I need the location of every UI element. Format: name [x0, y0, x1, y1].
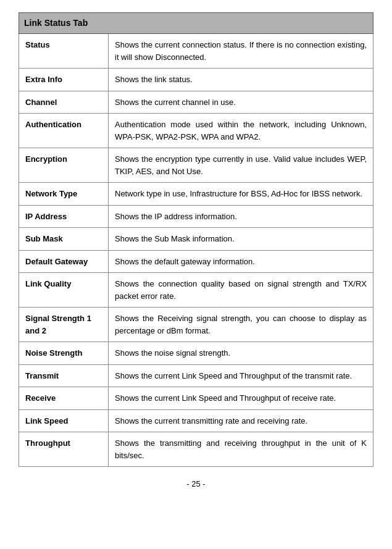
page-wrapper: Link Status Tab StatusShows the current …	[19, 12, 373, 488]
row-label: Encryption	[19, 148, 109, 183]
row-label: Sub Mask	[19, 228, 109, 251]
row-desc: Shows the IP address information.	[109, 205, 373, 228]
row-label: Signal Strength 1 and 2	[19, 308, 109, 342]
table-row: ChannelShows the current channel in use.	[19, 91, 373, 114]
page-number: - 25 -	[186, 479, 205, 488]
row-label: Noise Strength	[19, 342, 109, 365]
row-desc: Shows the noise signal strength.	[109, 342, 373, 365]
table-row: Sub MaskShows the Sub Mask information.	[19, 228, 373, 251]
table-row: Link QualityShows the connection quality…	[19, 273, 373, 308]
table-row: Network TypeNetwork type in use, Infrast…	[19, 183, 373, 206]
table-header: Link Status Tab	[19, 13, 373, 34]
table-row: TransmitShows the current Link Speed and…	[19, 364, 373, 387]
table-row: Link SpeedShows the current transmitting…	[19, 409, 373, 432]
row-desc: Shows the Receiving signal strength, you…	[109, 308, 373, 342]
row-label: Link Speed	[19, 409, 109, 432]
table-row: Extra InfoShows the link status.	[19, 69, 373, 91]
row-label: IP Address	[19, 205, 109, 228]
row-desc: Network type in use, Infrastructure for …	[109, 183, 373, 206]
table-row: ReceiveShows the current Link Speed and …	[19, 387, 373, 410]
table-row: EncryptionShows the encryption type curr…	[19, 148, 373, 183]
row-desc: Shows the transmitting and receiving thr…	[109, 432, 373, 467]
row-label: Extra Info	[19, 69, 109, 91]
row-label: Transmit	[19, 364, 109, 387]
row-desc: Shows the Sub Mask information.	[109, 228, 373, 251]
table-row: Default GatewayShows the default gateway…	[19, 250, 373, 273]
row-desc: Shows the current Link Speed and Through…	[109, 364, 373, 387]
row-desc: Shows the current transmitting rate and …	[109, 409, 373, 432]
row-desc: Shows the default gateway information.	[109, 250, 373, 273]
table-row: Noise StrengthShows the noise signal str…	[19, 342, 373, 365]
row-label: Network Type	[19, 183, 109, 206]
row-label: Channel	[19, 91, 109, 114]
table-row: Signal Strength 1 and 2Shows the Receivi…	[19, 308, 373, 342]
row-label: Receive	[19, 387, 109, 410]
row-label: Default Gateway	[19, 250, 109, 273]
row-label: Link Quality	[19, 273, 109, 308]
table-row: IP AddressShows the IP address informati…	[19, 205, 373, 228]
row-desc: Shows the current channel in use.	[109, 91, 373, 114]
row-desc: Authentication mode used within the netw…	[109, 114, 373, 148]
row-label: Authentication	[19, 114, 109, 148]
table-row: AuthenticationAuthentication mode used w…	[19, 114, 373, 148]
row-desc: Shows the encryption type currently in u…	[109, 148, 373, 183]
link-status-table: Link Status Tab StatusShows the current …	[19, 12, 373, 467]
table-row: ThroughputShows the transmitting and rec…	[19, 432, 373, 467]
row-desc: Shows the link status.	[109, 69, 373, 91]
row-label: Status	[19, 34, 109, 69]
row-label: Throughput	[19, 432, 109, 467]
row-desc: Shows the current connection status. If …	[109, 34, 373, 69]
row-desc: Shows the connection quality based on si…	[109, 273, 373, 308]
row-desc: Shows the current Link Speed and Through…	[109, 387, 373, 410]
page-footer: - 25 -	[19, 479, 373, 488]
table-row: StatusShows the current connection statu…	[19, 34, 373, 69]
